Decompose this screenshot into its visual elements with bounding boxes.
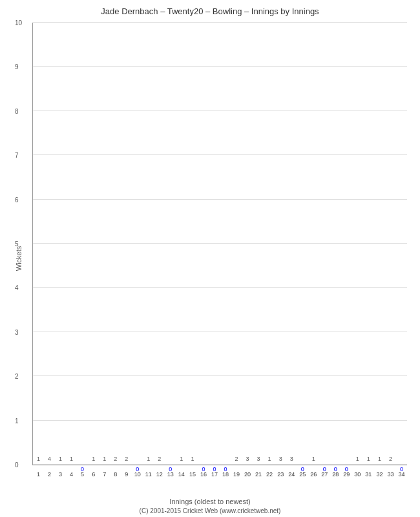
bar-value-label: 3: [246, 456, 249, 462]
bar-value-label: 1: [356, 456, 359, 462]
x-tick-label: 28: [332, 471, 339, 478]
x-tick-label: 3: [59, 471, 62, 478]
y-tick-label: 2: [15, 373, 19, 380]
bar-value-label: 2: [125, 456, 128, 462]
x-tick-label: 7: [103, 471, 106, 478]
bar-value-label: 1: [147, 456, 150, 462]
x-tick-label: 34: [398, 471, 404, 478]
bar-value-label: 1: [180, 456, 183, 462]
bar-value-label: 3: [257, 456, 260, 462]
chart-title: Jade Dernbach – Twenty20 – Bowling – Inn…: [0, 0, 420, 19]
y-tick-label: 5: [15, 240, 19, 248]
x-tick-label: 14: [178, 471, 185, 478]
grid-line: [33, 287, 407, 288]
bar-value-label: 1: [378, 456, 381, 462]
x-tick-label: 11: [145, 471, 152, 478]
x-tick-label: 25: [299, 471, 306, 478]
x-tick-label: 8: [114, 471, 117, 478]
bar-value-label: 1: [268, 456, 271, 462]
y-tick-label: 7: [15, 152, 19, 159]
bar-value-label: 1: [312, 456, 315, 462]
bar-value-label: 1: [59, 456, 62, 462]
grid-line: [33, 22, 407, 23]
y-tick-label: 4: [15, 284, 19, 291]
grid-line: [33, 199, 407, 200]
y-tick-label: 10: [15, 19, 22, 26]
x-tick-label: 32: [376, 471, 383, 478]
x-tick-label: 21: [255, 471, 262, 478]
x-tick-label: 22: [266, 471, 273, 478]
bar-value-label: 2: [114, 456, 117, 462]
bar-value-label: 1: [103, 456, 106, 462]
x-tick-label: 18: [222, 471, 229, 478]
x-tick-label: 31: [365, 471, 372, 478]
copyright: (C) 2001-2015 Cricket Web (www.cricketwe…: [0, 507, 420, 514]
x-tick-label: 19: [233, 471, 240, 478]
x-tick-label: 24: [288, 471, 295, 478]
bar-value-label: 4: [48, 456, 51, 462]
y-tick-label: 9: [15, 63, 19, 70]
y-axis-label: Wickets: [15, 246, 23, 271]
x-tick-label: 6: [92, 471, 95, 478]
x-axis-label: Innings (oldest to newest): [169, 498, 250, 505]
grid-line: [33, 464, 407, 465]
grid-line: [33, 66, 407, 67]
x-tick-label: 16: [200, 471, 207, 478]
bar-value-label: 1: [37, 456, 40, 462]
x-tick-label: 1: [37, 471, 40, 478]
grid-line: [33, 154, 407, 155]
chart-container: Jade Dernbach – Twenty20 – Bowling – Inn…: [0, 0, 420, 517]
grid-line: [33, 332, 407, 332]
x-tick-label: 30: [354, 471, 361, 478]
x-tick-label: 13: [167, 471, 174, 478]
bar-value-label: 1: [191, 456, 194, 462]
y-tick-label: 3: [15, 328, 19, 335]
chart-area: 1142131405161728290101112120131141150160…: [32, 23, 407, 465]
x-tick-label: 5: [81, 471, 84, 478]
x-tick-label: 12: [156, 471, 163, 478]
bar-value-label: 1: [92, 456, 95, 462]
x-tick-label: 2: [48, 471, 51, 478]
bar-value-label: 1: [70, 456, 73, 462]
x-tick-label: 23: [277, 471, 284, 478]
x-tick-label: 9: [125, 471, 128, 478]
x-tick-label: 17: [211, 471, 218, 478]
y-tick-label: 1: [15, 417, 19, 424]
y-tick-label: 6: [15, 196, 19, 203]
x-tick-label: 33: [387, 471, 394, 478]
x-tick-label: 26: [310, 471, 317, 478]
grid-line: [33, 375, 407, 376]
x-tick-label: 29: [343, 471, 350, 478]
bar-value-label: 1: [367, 456, 370, 462]
bar-value-label: 2: [235, 456, 238, 462]
bar-value-label: 2: [158, 456, 161, 462]
bars-wrapper: 1142131405161728290101112120131141150160…: [33, 23, 407, 465]
bar-value-label: 3: [290, 456, 293, 462]
y-tick-label: 0: [15, 461, 19, 469]
grid-line: [33, 243, 407, 244]
x-tick-label: 10: [134, 471, 141, 478]
bar-value-label: 3: [279, 456, 282, 462]
grid-line: [33, 111, 407, 111]
y-tick-label: 8: [15, 107, 19, 114]
grid-line: [33, 420, 407, 421]
x-tick-label: 15: [189, 471, 196, 478]
x-tick-label: 27: [321, 471, 328, 478]
x-tick-label: 20: [244, 471, 251, 478]
x-tick-label: 4: [70, 471, 73, 478]
bar-value-label: 2: [389, 456, 392, 462]
